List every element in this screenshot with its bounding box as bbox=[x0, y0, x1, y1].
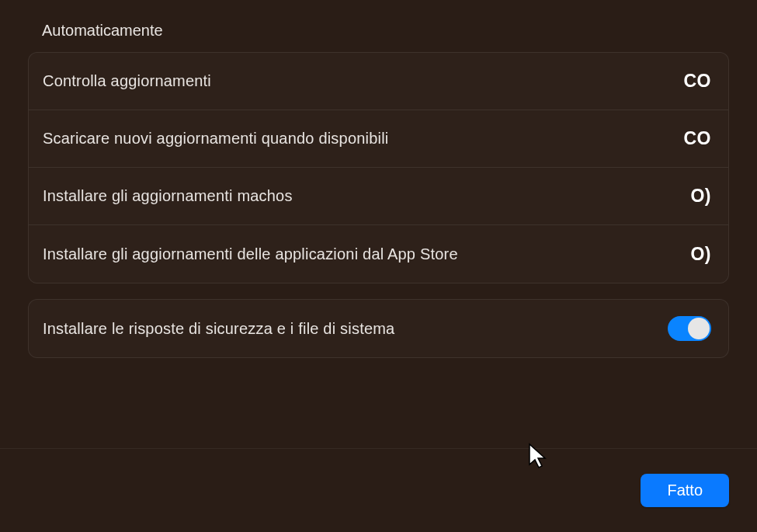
row-label: Installare gli aggiornamenti delle appli… bbox=[43, 245, 458, 263]
done-button[interactable]: Fatto bbox=[641, 474, 729, 507]
section-title: Automaticamente bbox=[28, 22, 729, 40]
dialog-footer: Fatto bbox=[0, 448, 757, 532]
row-install-macos: Installare gli aggiornamenti machos O) bbox=[29, 168, 728, 225]
row-value[interactable]: CO bbox=[684, 71, 712, 92]
row-value[interactable]: O) bbox=[690, 186, 711, 207]
row-value[interactable]: CO bbox=[684, 128, 712, 149]
row-label: Scaricare nuovi aggiornamenti quando dis… bbox=[43, 130, 388, 148]
row-check-updates: Controlla aggiornamenti CO bbox=[29, 53, 728, 110]
settings-panel: Automaticamente Controlla aggiornamenti … bbox=[0, 0, 757, 358]
settings-group-1: Controlla aggiornamenti CO Scaricare nuo… bbox=[28, 52, 729, 283]
row-install-appstore: Installare gli aggiornamenti delle appli… bbox=[29, 225, 728, 283]
row-value[interactable]: O) bbox=[690, 244, 711, 265]
row-label: Installare le risposte di sicurezza e i … bbox=[43, 320, 394, 338]
row-security-responses: Installare le risposte di sicurezza e i … bbox=[29, 300, 728, 357]
row-label: Installare gli aggiornamenti machos bbox=[43, 187, 293, 205]
toggle-knob bbox=[688, 318, 710, 339]
settings-group-2: Installare le risposte di sicurezza e i … bbox=[28, 299, 729, 358]
row-label: Controlla aggiornamenti bbox=[43, 72, 211, 90]
row-download-updates: Scaricare nuovi aggiornamenti quando dis… bbox=[29, 110, 728, 168]
security-toggle[interactable] bbox=[668, 316, 711, 341]
